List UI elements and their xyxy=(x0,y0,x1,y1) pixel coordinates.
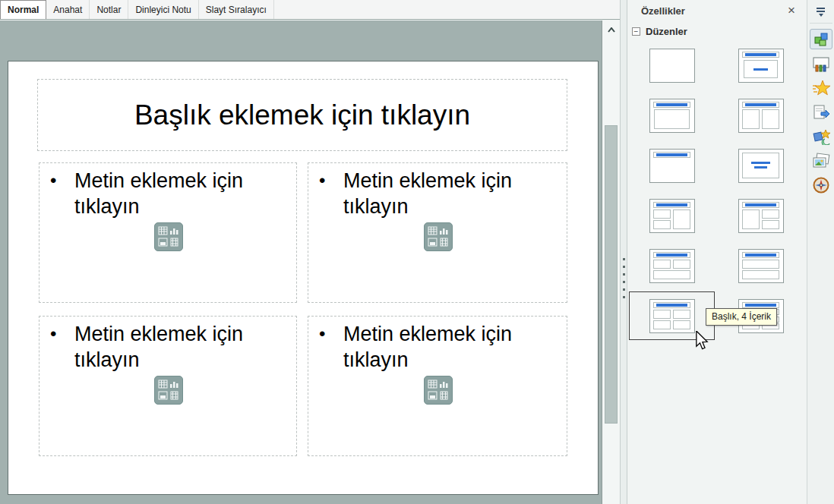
properties-icon[interactable] xyxy=(810,29,832,49)
sidebar-tabbar xyxy=(807,0,834,504)
tab-notlar[interactable]: Notlar xyxy=(90,0,128,19)
content-placeholder-text: Metin eklemek için tıklayın xyxy=(74,168,289,219)
styles-icon[interactable] xyxy=(810,126,832,146)
scrollbar-thumb[interactable] xyxy=(605,125,618,424)
content-placeholder-text: Metin eklemek için tıklayın xyxy=(74,321,289,373)
view-tabbar: NormalAnahatNotlarDinleyici NotuSlayt Sı… xyxy=(0,0,620,20)
layouts-grid xyxy=(627,40,807,341)
layout-thumbnail xyxy=(738,49,784,83)
collapse-icon[interactable]: − xyxy=(632,27,640,36)
layout-thumbnail xyxy=(649,199,695,233)
sidebar-menu-icon[interactable] xyxy=(812,3,830,20)
insert-content-icon[interactable] xyxy=(154,376,183,405)
bullet: • xyxy=(49,321,74,373)
slide-workspace[interactable]: Başlık eklemek için tıklayın •Metin ekle… xyxy=(0,20,602,504)
layout-thumbnail xyxy=(738,99,784,133)
animation-icon[interactable] xyxy=(810,77,832,98)
navigator-icon[interactable] xyxy=(810,175,832,195)
content-placeholder[interactable]: •Metin eklemek için tıklayın xyxy=(308,162,567,303)
tab-normal[interactable]: Normal xyxy=(0,0,46,19)
layout-title-2content-over-content[interactable] xyxy=(629,241,715,290)
bullet: • xyxy=(49,168,74,219)
layout-thumbnail xyxy=(649,299,695,333)
tab-dinleyici-notu[interactable]: Dinleyici Notu xyxy=(128,0,198,19)
layouts-section-label: Düzenler xyxy=(646,26,687,37)
close-icon[interactable]: × xyxy=(784,3,799,18)
insert-content-icon[interactable] xyxy=(424,376,453,405)
content-placeholder-grid: •Metin eklemek için tıklayın•Metin eklem… xyxy=(39,162,567,456)
layout-thumbnail xyxy=(649,249,695,283)
separator xyxy=(810,23,832,24)
bullet: • xyxy=(317,321,343,373)
layout-thumbnail xyxy=(649,49,695,83)
panel-title: Özellikler xyxy=(641,5,685,17)
gallery-icon[interactable] xyxy=(810,150,832,171)
layout-title-content-2content[interactable] xyxy=(718,191,804,240)
vertical-scrollbar[interactable] xyxy=(602,20,620,504)
master-slides-icon[interactable] xyxy=(810,102,832,122)
properties-panel: Özellikler × − Düzenler xyxy=(627,0,807,504)
tab-anahat[interactable]: Anahat xyxy=(46,0,90,19)
splitter-grip-icon xyxy=(623,258,625,298)
layouts-section-header: − Düzenler xyxy=(632,26,687,37)
layout-title-2content-content[interactable] xyxy=(629,191,715,240)
layout-title-content-over-content[interactable] xyxy=(718,241,804,290)
content-placeholder[interactable]: •Metin eklemek için tıklayın xyxy=(39,162,297,303)
layout-title-content[interactable] xyxy=(629,91,715,140)
panel-header: Özellikler × xyxy=(627,0,807,23)
insert-content-icon[interactable] xyxy=(424,222,453,251)
bullet: • xyxy=(317,168,343,219)
slide-canvas[interactable]: Başlık eklemek için tıklayın •Metin ekle… xyxy=(8,61,599,495)
content-placeholder[interactable]: •Metin eklemek için tıklayın xyxy=(308,316,567,456)
mouse-cursor-icon xyxy=(693,331,710,354)
title-placeholder[interactable]: Başlık eklemek için tıklayın xyxy=(37,79,567,151)
tab-slayt-s-ralay-c-[interactable]: Slayt Sıralayıcı xyxy=(199,0,274,19)
slide-transition-icon[interactable] xyxy=(810,53,832,74)
layout-title-slide[interactable] xyxy=(718,41,804,90)
layout-title-only[interactable] xyxy=(629,141,715,190)
layout-thumbnail xyxy=(649,99,695,133)
layout-thumbnail xyxy=(738,149,784,183)
layout-centered-text[interactable] xyxy=(718,141,804,190)
layout-thumbnail xyxy=(649,149,695,183)
layout-title-2content[interactable] xyxy=(718,91,804,140)
content-placeholder-text: Metin eklemek için tıklayın xyxy=(343,321,559,373)
sidebar-splitter[interactable] xyxy=(620,0,627,504)
layout-blank[interactable] xyxy=(629,41,715,90)
content-placeholder-text: Metin eklemek için tıklayın xyxy=(343,168,559,219)
scroll-up-button[interactable] xyxy=(604,22,619,37)
chevron-up-icon xyxy=(608,27,615,33)
layout-thumbnail xyxy=(738,199,784,233)
layout-thumbnail xyxy=(738,249,784,283)
impress-window: NormalAnahatNotlarDinleyici NotuSlayt Sı… xyxy=(0,0,834,504)
insert-content-icon[interactable] xyxy=(154,222,183,251)
content-placeholder[interactable]: •Metin eklemek için tıklayın xyxy=(39,316,297,456)
layout-tooltip: Başlık, 4 İçerik xyxy=(706,308,777,326)
